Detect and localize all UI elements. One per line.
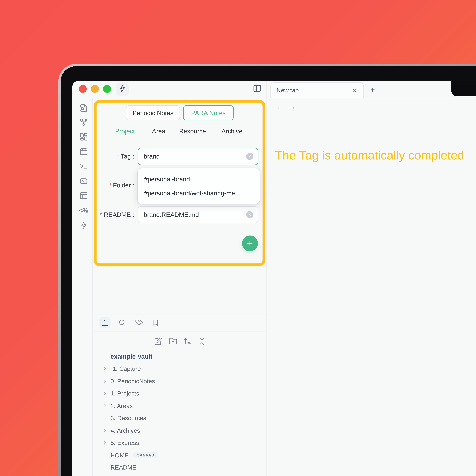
readme-field-label: *README :: [83, 211, 134, 218]
chevron-right-icon: [102, 428, 108, 433]
chevron-right-icon: [102, 391, 108, 396]
readme-label-text: README :: [104, 211, 134, 218]
file-tree: example-vault -1. Capture 0. PeriodicNot…: [93, 350, 266, 476]
tree-item-label: 2. Areas: [111, 402, 133, 409]
zoom-window-button[interactable]: [103, 85, 111, 93]
tab-archive[interactable]: Archive: [221, 128, 242, 135]
collapse-icon[interactable]: [196, 336, 207, 347]
tree-item[interactable]: 4. Archives: [93, 424, 266, 437]
suggestion-item[interactable]: #personal-brand/wot-sharing-me...: [137, 186, 260, 200]
tag-suggestion-dropdown: #personal-brand #personal-brand/wot-shar…: [137, 168, 260, 204]
annotation-text: The Tag is automatically completed: [275, 148, 464, 163]
tree-item[interactable]: 0. PeriodicNotes: [93, 375, 266, 387]
lightning-ribbon-icon[interactable]: [79, 221, 88, 230]
app-lightning-button[interactable]: [116, 83, 129, 96]
required-mark: *: [109, 182, 112, 189]
tab-title: New tab: [276, 87, 350, 94]
titlebar-divider: [72, 98, 476, 99]
dashboard-icon[interactable]: [79, 132, 88, 142]
tab-para-notes-label: PARA Notes: [191, 109, 226, 116]
quick-switcher-icon[interactable]: [79, 103, 88, 112]
tree-item[interactable]: 1. Projects: [93, 387, 266, 400]
tree-item[interactable]: -1. Capture: [93, 362, 266, 375]
clear-tag-icon[interactable]: ✕: [246, 153, 253, 160]
search-icon[interactable]: [117, 317, 128, 328]
folder-label-text: Folder :: [113, 182, 134, 189]
tab-project[interactable]: Project: [115, 128, 135, 135]
tag-label-text: Tag :: [121, 153, 134, 160]
tag-field-label: *Tag :: [83, 153, 134, 160]
tag-input[interactable]: brand ✕: [137, 148, 258, 165]
canvas-badge: CANVAS: [133, 452, 158, 459]
new-folder-icon[interactable]: [167, 336, 178, 347]
terminal-icon[interactable]: [79, 162, 88, 171]
tree-item[interactable]: README: [93, 461, 266, 474]
tab-new-tab[interactable]: New tab ✕: [271, 82, 364, 98]
tab-para-notes[interactable]: PARA Notes: [183, 105, 234, 120]
readme-input-value: brand.README.md: [144, 211, 246, 218]
tab-area[interactable]: Area: [152, 128, 165, 135]
new-note-icon[interactable]: [153, 336, 164, 347]
clear-readme-icon[interactable]: ✕: [246, 211, 253, 218]
tree-item-label: 5. Express: [111, 439, 139, 446]
chevron-right-icon: [102, 440, 108, 445]
graph-view-icon[interactable]: [79, 118, 88, 127]
tab-resource[interactable]: Resource: [179, 128, 206, 135]
panel-left-icon: [253, 84, 261, 94]
tab-periodic-notes-label: Periodic Notes: [132, 109, 173, 116]
required-mark: *: [100, 211, 102, 218]
files-tab-icon[interactable]: [99, 317, 111, 328]
tree-item-label: HOME: [111, 452, 129, 459]
add-button[interactable]: +: [242, 236, 258, 251]
tree-item-label: 1. Projects: [111, 390, 139, 397]
camera-notch: [451, 81, 476, 96]
chevron-right-icon: [102, 366, 108, 371]
required-mark: *: [117, 153, 119, 160]
tree-item-label: -1. Capture: [111, 365, 141, 372]
vault-name: example-vault: [111, 353, 153, 360]
new-tab-button[interactable]: +: [368, 85, 378, 96]
tree-item-label: 4. Archives: [111, 427, 140, 434]
divider: [93, 314, 266, 314]
forward-icon[interactable]: →: [289, 103, 296, 111]
readme-input[interactable]: brand.README.md ✕: [137, 206, 258, 223]
close-window-button[interactable]: [79, 85, 86, 93]
back-icon[interactable]: ←: [276, 103, 283, 111]
vault-title-row[interactable]: example-vault: [93, 350, 266, 362]
layout-icon[interactable]: [79, 191, 88, 200]
tree-item-label: README: [111, 464, 136, 471]
chevron-right-icon: [102, 403, 108, 408]
sort-icon[interactable]: [182, 336, 193, 347]
tab-periodic-notes[interactable]: Periodic Notes: [126, 105, 180, 120]
laptop-bezel: New tab ✕ + <% ← → Ne: [61, 66, 476, 476]
minimize-window-button[interactable]: [91, 85, 99, 93]
tree-item[interactable]: 3. Resources: [93, 412, 266, 424]
tags-icon[interactable]: [133, 317, 145, 328]
bookmark-icon[interactable]: [150, 317, 161, 328]
divider: [93, 331, 266, 332]
tree-item[interactable]: 5. Express: [93, 437, 266, 449]
tree-item[interactable]: HOMECANVAS: [93, 449, 266, 461]
tree-item[interactable]: TASK: [93, 474, 266, 476]
chevron-right-icon: [102, 416, 108, 421]
tag-input-value: brand: [144, 153, 246, 160]
sidebar-divider: [266, 81, 267, 476]
lightning-icon: [118, 84, 126, 94]
chevron-right-icon: [102, 378, 108, 384]
tree-item-label: 0. PeriodicNotes: [111, 377, 155, 385]
laptop-frame: New tab ✕ + <% ← → Ne: [58, 64, 476, 476]
suggestion-item[interactable]: #personal-brand: [137, 172, 260, 186]
sidebar-toggle-button[interactable]: [252, 84, 262, 94]
desktop-background: New tab ✕ + <% ← → Ne: [0, 0, 476, 476]
folder-field-label: *Folder :: [83, 182, 134, 189]
app-window: New tab ✕ + <% ← → Ne: [72, 81, 476, 476]
tree-item-label: 3. Resources: [111, 415, 146, 422]
close-icon[interactable]: ✕: [350, 86, 358, 94]
tree-item[interactable]: 2. Areas: [93, 400, 266, 412]
